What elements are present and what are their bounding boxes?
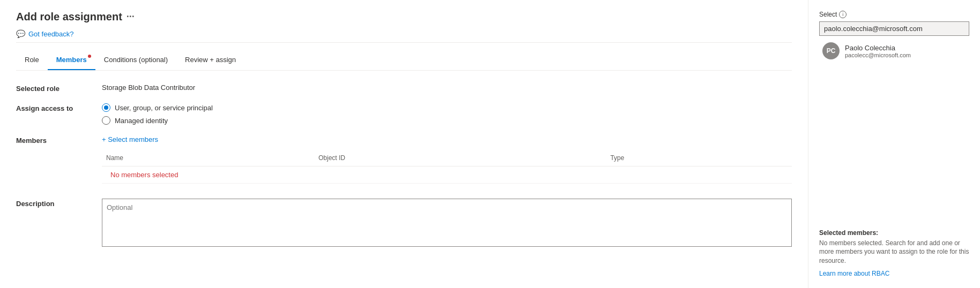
select-section: Select i PC Paolo Colecchia pacolecc@mic…: [819, 11, 969, 64]
tab-role[interactable]: Role: [16, 51, 48, 70]
radio-user-group[interactable]: User, group, or service principal: [102, 103, 792, 112]
radio-group: User, group, or service principal Manage…: [102, 103, 792, 125]
selected-role-label: Selected role: [16, 84, 102, 93]
tab-members[interactable]: Members: [48, 51, 95, 70]
tab-role-label: Role: [25, 56, 39, 64]
description-row: Description: [16, 199, 792, 248]
col-object-id: Object ID: [314, 152, 606, 166]
assign-access-options: User, group, or service principal Manage…: [102, 103, 792, 125]
col-name: Name: [102, 152, 314, 166]
page-title: Add role assignment: [16, 11, 122, 23]
description-field-wrapper: [102, 199, 792, 248]
feedback-bar[interactable]: 💬 Got feedback?: [16, 25, 792, 43]
selected-members-desc: No members selected. Search for and add …: [819, 239, 969, 266]
tab-conditions-label: Conditions (optional): [104, 56, 168, 64]
right-panel: Select i PC Paolo Colecchia pacolecc@mic…: [808, 0, 980, 288]
members-label: Members: [16, 135, 102, 188]
add-members-button[interactable]: + Select members: [102, 135, 792, 143]
page-title-more[interactable]: ···: [127, 11, 135, 22]
tab-conditions[interactable]: Conditions (optional): [95, 51, 176, 70]
tab-review[interactable]: Review + assign: [176, 51, 244, 70]
radio-managed-identity-circle[interactable]: [102, 116, 110, 125]
selected-members-section: Selected members: No members selected. S…: [819, 229, 969, 277]
user-email: pacolecc@microsoft.com: [845, 52, 911, 58]
selected-role-value: Storage Blob Data Contributor: [102, 84, 792, 93]
member-search-input[interactable]: [819, 21, 969, 36]
user-name: Paolo Colecchia: [845, 44, 911, 52]
avatar-initials: PC: [827, 47, 836, 55]
description-label: Description: [16, 199, 102, 248]
user-result-item[interactable]: PC Paolo Colecchia pacolecc@microsoft.co…: [819, 38, 969, 64]
learn-more-link[interactable]: Learn more about RBAC: [819, 270, 889, 277]
assign-access-row: Assign access to User, group, or service…: [16, 103, 792, 125]
members-row: Members + Select members Name Object ID …: [16, 135, 792, 188]
no-members-text: No members selected: [106, 166, 182, 183]
tab-bar: Role Members Conditions (optional) Revie…: [16, 51, 792, 71]
main-panel: Add role assignment ··· 💬 Got feedback? …: [0, 0, 808, 288]
radio-managed-identity[interactable]: Managed identity: [102, 116, 792, 125]
members-table: Name Object ID Type No members selected: [102, 152, 792, 184]
tab-members-label: Members: [56, 56, 87, 64]
members-required-dot: [88, 55, 91, 58]
assign-access-label: Assign access to: [16, 103, 102, 125]
select-label-row: Select i: [819, 11, 969, 18]
avatar: PC: [822, 42, 840, 59]
description-textarea[interactable]: [102, 199, 792, 247]
selected-role-row: Selected role Storage Blob Data Contribu…: [16, 84, 792, 93]
user-info: Paolo Colecchia pacolecc@microsoft.com: [845, 44, 911, 58]
selected-members-title: Selected members:: [819, 229, 969, 237]
select-label-text: Select: [819, 11, 837, 18]
radio-managed-identity-label: Managed identity: [115, 117, 168, 125]
tab-review-label: Review + assign: [185, 56, 236, 64]
feedback-label: Got feedback?: [28, 30, 74, 38]
radio-user-group-label: User, group, or service principal: [115, 104, 213, 112]
page-title-row: Add role assignment ···: [16, 11, 792, 23]
feedback-icon: 💬: [16, 29, 25, 38]
radio-user-group-circle[interactable]: [102, 103, 110, 112]
select-info-icon[interactable]: i: [839, 11, 847, 18]
col-type: Type: [606, 152, 792, 166]
members-content: + Select members Name Object ID Type No …: [102, 135, 792, 188]
table-row: No members selected: [102, 166, 792, 184]
